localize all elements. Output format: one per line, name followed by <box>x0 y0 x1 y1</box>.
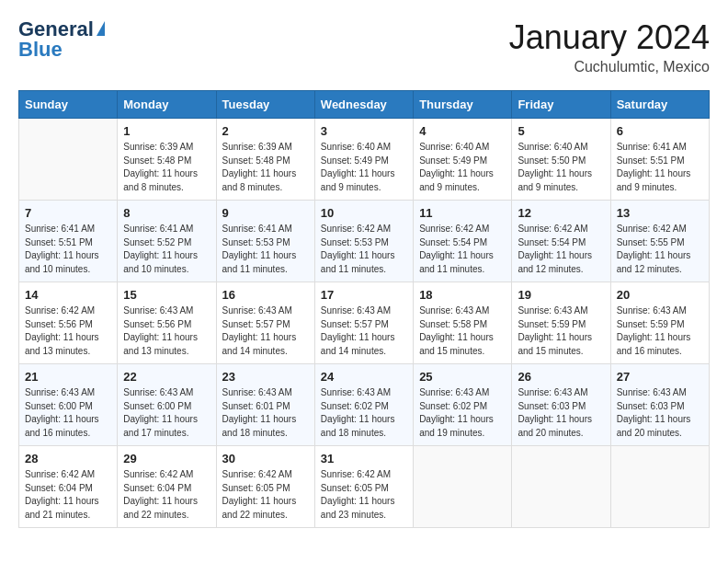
calendar-cell: 8Sunrise: 6:41 AMSunset: 5:52 PMDaylight… <box>118 201 216 282</box>
day-number: 12 <box>518 206 604 220</box>
day-info: Sunrise: 6:43 AMSunset: 5:59 PMDaylight:… <box>617 304 703 358</box>
weekday-header-saturday: Saturday <box>610 91 709 119</box>
day-number: 21 <box>25 370 111 384</box>
day-number: 4 <box>419 124 506 138</box>
logo-blue: Blue <box>18 39 63 61</box>
day-info: Sunrise: 6:43 AMSunset: 6:02 PMDaylight:… <box>419 386 506 440</box>
day-number: 23 <box>222 370 309 384</box>
calendar-cell: 17Sunrise: 6:43 AMSunset: 5:57 PMDayligh… <box>314 282 413 364</box>
day-number: 2 <box>222 124 309 138</box>
calendar-cell: 30Sunrise: 6:42 AMSunset: 6:05 PMDayligh… <box>216 446 314 528</box>
calendar-cell: 27Sunrise: 6:43 AMSunset: 6:03 PMDayligh… <box>610 364 709 446</box>
calendar-cell: 24Sunrise: 6:43 AMSunset: 6:02 PMDayligh… <box>314 364 413 446</box>
calendar-cell: 23Sunrise: 6:43 AMSunset: 6:01 PMDayligh… <box>216 364 314 446</box>
logo: General Blue <box>18 18 105 61</box>
day-info: Sunrise: 6:42 AMSunset: 5:54 PMDaylight:… <box>518 223 604 276</box>
day-number: 10 <box>321 206 407 220</box>
day-info: Sunrise: 6:43 AMSunset: 5:57 PMDaylight:… <box>222 304 309 358</box>
calendar-cell: 14Sunrise: 6:42 AMSunset: 5:56 PMDayligh… <box>19 282 118 364</box>
day-info: Sunrise: 6:41 AMSunset: 5:52 PMDaylight:… <box>123 223 210 276</box>
calendar-cell: 26Sunrise: 6:43 AMSunset: 6:03 PMDayligh… <box>512 364 610 446</box>
day-info: Sunrise: 6:41 AMSunset: 5:51 PMDaylight:… <box>25 223 111 276</box>
calendar-cell: 2Sunrise: 6:39 AMSunset: 5:48 PMDaylight… <box>216 119 314 201</box>
calendar-cell: 13Sunrise: 6:42 AMSunset: 5:55 PMDayligh… <box>610 201 709 282</box>
weekday-header-tuesday: Tuesday <box>216 91 314 119</box>
calendar-cell: 19Sunrise: 6:43 AMSunset: 5:59 PMDayligh… <box>512 282 610 364</box>
day-info: Sunrise: 6:42 AMSunset: 5:54 PMDaylight:… <box>419 223 506 276</box>
day-number: 7 <box>25 206 111 220</box>
calendar-cell: 21Sunrise: 6:43 AMSunset: 6:00 PMDayligh… <box>19 364 118 446</box>
calendar-week-row: 28Sunrise: 6:42 AMSunset: 6:04 PMDayligh… <box>19 446 710 528</box>
weekday-header-thursday: Thursday <box>414 91 512 119</box>
title-area: January 2024 Cuchulumtic, Mexico <box>509 18 710 75</box>
calendar-cell: 7Sunrise: 6:41 AMSunset: 5:51 PMDaylight… <box>19 201 118 282</box>
calendar-cell: 18Sunrise: 6:43 AMSunset: 5:58 PMDayligh… <box>414 282 512 364</box>
day-info: Sunrise: 6:42 AMSunset: 6:05 PMDaylight:… <box>321 468 407 522</box>
calendar-cell: 4Sunrise: 6:40 AMSunset: 5:49 PMDaylight… <box>414 119 512 201</box>
day-info: Sunrise: 6:40 AMSunset: 5:49 PMDaylight:… <box>419 141 506 194</box>
day-number: 8 <box>123 206 210 220</box>
day-number: 15 <box>123 288 210 302</box>
month-title: January 2024 <box>509 18 710 57</box>
day-number: 28 <box>25 452 111 465</box>
day-info: Sunrise: 6:40 AMSunset: 5:50 PMDaylight:… <box>518 141 604 194</box>
day-info: Sunrise: 6:43 AMSunset: 6:02 PMDaylight:… <box>321 386 407 440</box>
calendar-cell: 3Sunrise: 6:40 AMSunset: 5:49 PMDaylight… <box>314 119 413 201</box>
day-number: 1 <box>123 124 210 138</box>
day-number: 11 <box>419 206 506 220</box>
logo-triangle-icon <box>97 21 105 36</box>
day-number: 29 <box>123 452 210 465</box>
day-number: 18 <box>419 288 506 302</box>
day-number: 16 <box>222 288 309 302</box>
day-info: Sunrise: 6:43 AMSunset: 6:00 PMDaylight:… <box>123 386 210 440</box>
day-number: 27 <box>617 370 703 384</box>
calendar-cell: 12Sunrise: 6:42 AMSunset: 5:54 PMDayligh… <box>512 201 610 282</box>
day-number: 9 <box>222 206 309 220</box>
day-number: 25 <box>419 370 506 384</box>
calendar-cell: 20Sunrise: 6:43 AMSunset: 5:59 PMDayligh… <box>610 282 709 364</box>
calendar-week-row: 1Sunrise: 6:39 AMSunset: 5:48 PMDaylight… <box>19 119 710 201</box>
day-info: Sunrise: 6:43 AMSunset: 6:03 PMDaylight:… <box>518 386 604 440</box>
calendar-cell: 6Sunrise: 6:41 AMSunset: 5:51 PMDaylight… <box>610 119 709 201</box>
calendar-week-row: 21Sunrise: 6:43 AMSunset: 6:00 PMDayligh… <box>19 364 710 446</box>
day-info: Sunrise: 6:43 AMSunset: 5:57 PMDaylight:… <box>321 304 407 358</box>
calendar-cell: 5Sunrise: 6:40 AMSunset: 5:50 PMDaylight… <box>512 119 610 201</box>
calendar-cell <box>414 446 512 528</box>
location-title: Cuchulumtic, Mexico <box>509 59 710 75</box>
day-info: Sunrise: 6:41 AMSunset: 5:53 PMDaylight:… <box>222 223 309 276</box>
day-number: 24 <box>321 370 407 384</box>
calendar-cell: 1Sunrise: 6:39 AMSunset: 5:48 PMDaylight… <box>118 119 216 201</box>
day-number: 20 <box>617 288 703 302</box>
calendar-cell <box>512 446 610 528</box>
day-info: Sunrise: 6:43 AMSunset: 6:00 PMDaylight:… <box>25 386 111 440</box>
weekday-header-sunday: Sunday <box>19 91 118 119</box>
calendar-week-row: 14Sunrise: 6:42 AMSunset: 5:56 PMDayligh… <box>19 282 710 364</box>
day-info: Sunrise: 6:42 AMSunset: 6:05 PMDaylight:… <box>222 468 309 522</box>
day-info: Sunrise: 6:43 AMSunset: 5:56 PMDaylight:… <box>123 304 210 358</box>
day-info: Sunrise: 6:39 AMSunset: 5:48 PMDaylight:… <box>123 141 210 194</box>
calendar-cell: 11Sunrise: 6:42 AMSunset: 5:54 PMDayligh… <box>414 201 512 282</box>
day-info: Sunrise: 6:42 AMSunset: 5:56 PMDaylight:… <box>25 304 111 358</box>
day-number: 13 <box>617 206 703 220</box>
day-info: Sunrise: 6:43 AMSunset: 5:59 PMDaylight:… <box>518 304 604 358</box>
weekday-header-monday: Monday <box>118 91 216 119</box>
weekday-header-wednesday: Wednesday <box>314 91 413 119</box>
calendar-cell: 25Sunrise: 6:43 AMSunset: 6:02 PMDayligh… <box>414 364 512 446</box>
calendar-cell: 29Sunrise: 6:42 AMSunset: 6:04 PMDayligh… <box>118 446 216 528</box>
calendar-cell: 28Sunrise: 6:42 AMSunset: 6:04 PMDayligh… <box>19 446 118 528</box>
day-info: Sunrise: 6:42 AMSunset: 6:04 PMDaylight:… <box>25 468 111 522</box>
calendar-cell: 22Sunrise: 6:43 AMSunset: 6:00 PMDayligh… <box>118 364 216 446</box>
calendar-cell <box>19 119 118 201</box>
day-info: Sunrise: 6:39 AMSunset: 5:48 PMDaylight:… <box>222 141 309 194</box>
day-number: 5 <box>518 124 604 138</box>
calendar-cell: 9Sunrise: 6:41 AMSunset: 5:53 PMDaylight… <box>216 201 314 282</box>
day-number: 17 <box>321 288 407 302</box>
day-info: Sunrise: 6:42 AMSunset: 5:55 PMDaylight:… <box>617 223 703 276</box>
day-number: 19 <box>518 288 604 302</box>
weekday-header-friday: Friday <box>512 91 610 119</box>
day-info: Sunrise: 6:43 AMSunset: 5:58 PMDaylight:… <box>419 304 506 358</box>
day-info: Sunrise: 6:43 AMSunset: 6:03 PMDaylight:… <box>617 386 703 440</box>
day-number: 6 <box>617 124 703 138</box>
day-info: Sunrise: 6:43 AMSunset: 6:01 PMDaylight:… <box>222 386 309 440</box>
calendar-cell: 15Sunrise: 6:43 AMSunset: 5:56 PMDayligh… <box>118 282 216 364</box>
